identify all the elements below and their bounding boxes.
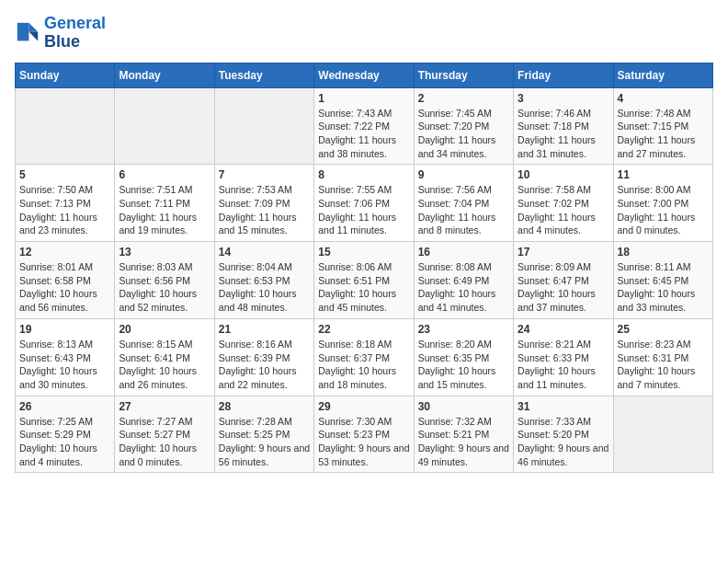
day-header-monday: Monday	[115, 63, 214, 87]
logo: General Blue	[15, 15, 106, 52]
week-row-1: 1Sunrise: 7:43 AMSunset: 7:22 PMDaylight…	[16, 87, 713, 165]
day-header-sunday: Sunday	[16, 63, 115, 87]
calendar-cell: 25Sunrise: 8:23 AMSunset: 6:31 PMDayligh…	[613, 318, 712, 396]
day-number: 23	[418, 323, 509, 336]
cell-content: Sunrise: 7:25 AMSunset: 5:29 PMDaylight:…	[19, 415, 110, 469]
cell-content: Sunrise: 8:18 AMSunset: 6:37 PMDaylight:…	[318, 338, 409, 392]
logo-icon	[15, 20, 40, 46]
day-number: 6	[119, 168, 210, 181]
calendar-cell: 20Sunrise: 8:15 AMSunset: 6:41 PMDayligh…	[115, 318, 214, 396]
calendar-cell: 29Sunrise: 7:30 AMSunset: 5:23 PMDayligh…	[314, 396, 414, 473]
day-number: 31	[518, 400, 609, 413]
day-number: 15	[318, 246, 409, 259]
cell-content: Sunrise: 7:50 AMSunset: 7:13 PMDaylight:…	[19, 183, 110, 237]
cell-content: Sunrise: 8:16 AMSunset: 6:39 PMDaylight:…	[219, 338, 310, 392]
cell-content: Sunrise: 8:09 AMSunset: 6:47 PMDaylight:…	[518, 260, 609, 315]
day-number: 18	[618, 246, 709, 259]
cell-content: Sunrise: 8:11 AMSunset: 6:45 PMDaylight:…	[618, 260, 709, 315]
calendar-cell: 18Sunrise: 8:11 AMSunset: 6:45 PMDayligh…	[613, 242, 712, 319]
cell-content: Sunrise: 7:28 AMSunset: 5:25 PMDaylight:…	[219, 415, 310, 469]
cell-content: Sunrise: 7:43 AMSunset: 7:22 PMDaylight:…	[318, 107, 409, 161]
cell-content: Sunrise: 7:53 AMSunset: 7:09 PMDaylight:…	[219, 183, 310, 237]
day-number: 3	[518, 92, 609, 105]
day-number: 27	[119, 400, 210, 413]
calendar-cell: 14Sunrise: 8:04 AMSunset: 6:53 PMDayligh…	[214, 242, 313, 319]
calendar-cell: 27Sunrise: 7:27 AMSunset: 5:27 PMDayligh…	[115, 396, 214, 473]
calendar-cell: 7Sunrise: 7:53 AMSunset: 7:09 PMDaylight…	[214, 165, 313, 242]
day-number: 29	[318, 400, 409, 413]
cell-content: Sunrise: 7:58 AMSunset: 7:02 PMDaylight:…	[518, 183, 609, 237]
calendar-cell: 26Sunrise: 7:25 AMSunset: 5:29 PMDayligh…	[16, 396, 115, 473]
day-header-friday: Friday	[514, 63, 613, 87]
calendar-cell: 31Sunrise: 7:33 AMSunset: 5:20 PMDayligh…	[514, 396, 613, 473]
day-number: 30	[418, 400, 509, 413]
week-row-4: 19Sunrise: 8:13 AMSunset: 6:43 PMDayligh…	[16, 318, 713, 396]
day-number: 28	[219, 400, 310, 413]
week-row-5: 26Sunrise: 7:25 AMSunset: 5:29 PMDayligh…	[16, 396, 713, 473]
cell-content: Sunrise: 8:00 AMSunset: 7:00 PMDaylight:…	[618, 183, 709, 237]
day-number: 5	[19, 168, 110, 181]
day-number: 4	[618, 92, 709, 105]
calendar-cell	[115, 87, 214, 165]
calendar-table: SundayMondayTuesdayWednesdayThursdayFrid…	[15, 63, 713, 474]
day-number: 11	[618, 168, 709, 181]
calendar-cell: 19Sunrise: 8:13 AMSunset: 6:43 PMDayligh…	[16, 318, 115, 396]
day-number: 1	[318, 92, 409, 105]
calendar-cell: 3Sunrise: 7:46 AMSunset: 7:18 PMDaylight…	[514, 87, 613, 165]
cell-content: Sunrise: 8:21 AMSunset: 6:33 PMDaylight:…	[518, 338, 609, 392]
cell-content: Sunrise: 7:51 AMSunset: 7:11 PMDaylight:…	[119, 183, 210, 237]
cell-content: Sunrise: 7:48 AMSunset: 7:15 PMDaylight:…	[618, 107, 709, 161]
calendar-cell: 9Sunrise: 7:56 AMSunset: 7:04 PMDaylight…	[414, 165, 513, 242]
week-row-3: 12Sunrise: 8:01 AMSunset: 6:58 PMDayligh…	[16, 242, 713, 319]
cell-content: Sunrise: 8:20 AMSunset: 6:35 PMDaylight:…	[418, 338, 509, 392]
calendar-cell: 8Sunrise: 7:55 AMSunset: 7:06 PMDaylight…	[314, 165, 414, 242]
cell-content: Sunrise: 8:23 AMSunset: 6:31 PMDaylight:…	[618, 338, 709, 392]
cell-content: Sunrise: 8:04 AMSunset: 6:53 PMDaylight:…	[219, 260, 310, 315]
calendar-cell: 1Sunrise: 7:43 AMSunset: 7:22 PMDaylight…	[314, 87, 414, 165]
day-header-wednesday: Wednesday	[314, 63, 414, 87]
calendar-cell: 15Sunrise: 8:06 AMSunset: 6:51 PMDayligh…	[314, 242, 414, 319]
calendar-cell: 16Sunrise: 8:08 AMSunset: 6:49 PMDayligh…	[414, 242, 513, 319]
calendar-cell: 17Sunrise: 8:09 AMSunset: 6:47 PMDayligh…	[514, 242, 613, 319]
calendar-cell: 5Sunrise: 7:50 AMSunset: 7:13 PMDaylight…	[16, 165, 115, 242]
day-number: 9	[418, 168, 509, 181]
day-number: 10	[518, 168, 609, 181]
day-number: 8	[318, 168, 409, 181]
svg-marker-1	[28, 31, 38, 40]
cell-content: Sunrise: 7:55 AMSunset: 7:06 PMDaylight:…	[318, 183, 409, 237]
svg-rect-2	[17, 23, 29, 41]
cell-content: Sunrise: 7:30 AMSunset: 5:23 PMDaylight:…	[318, 415, 409, 469]
cell-content: Sunrise: 7:45 AMSunset: 7:20 PMDaylight:…	[418, 107, 509, 161]
day-number: 16	[418, 246, 509, 259]
calendar-cell: 22Sunrise: 8:18 AMSunset: 6:37 PMDayligh…	[314, 318, 414, 396]
cell-content: Sunrise: 8:01 AMSunset: 6:58 PMDaylight:…	[19, 260, 110, 315]
day-number: 17	[518, 246, 609, 259]
day-number: 12	[19, 246, 110, 259]
cell-content: Sunrise: 7:56 AMSunset: 7:04 PMDaylight:…	[418, 183, 509, 237]
cell-content: Sunrise: 7:32 AMSunset: 5:21 PMDaylight:…	[418, 415, 509, 469]
logo-text: General Blue	[44, 15, 106, 52]
day-number: 26	[19, 400, 110, 413]
calendar-body: 1Sunrise: 7:43 AMSunset: 7:22 PMDaylight…	[16, 87, 713, 473]
calendar-cell: 10Sunrise: 7:58 AMSunset: 7:02 PMDayligh…	[514, 165, 613, 242]
page-header: General Blue	[15, 15, 713, 52]
calendar-cell: 24Sunrise: 8:21 AMSunset: 6:33 PMDayligh…	[514, 318, 613, 396]
cell-content: Sunrise: 8:15 AMSunset: 6:41 PMDaylight:…	[119, 338, 210, 392]
week-row-2: 5Sunrise: 7:50 AMSunset: 7:13 PMDaylight…	[16, 165, 713, 242]
day-header-thursday: Thursday	[414, 63, 513, 87]
cell-content: Sunrise: 7:27 AMSunset: 5:27 PMDaylight:…	[119, 415, 210, 469]
calendar-cell	[214, 87, 313, 165]
calendar-cell	[613, 396, 712, 473]
calendar-cell: 23Sunrise: 8:20 AMSunset: 6:35 PMDayligh…	[414, 318, 513, 396]
svg-marker-0	[28, 23, 38, 32]
cell-content: Sunrise: 8:08 AMSunset: 6:49 PMDaylight:…	[418, 260, 509, 315]
calendar-cell: 13Sunrise: 8:03 AMSunset: 6:56 PMDayligh…	[115, 242, 214, 319]
day-number: 22	[318, 323, 409, 336]
day-header-tuesday: Tuesday	[214, 63, 313, 87]
day-number: 14	[219, 246, 310, 259]
calendar-cell: 21Sunrise: 8:16 AMSunset: 6:39 PMDayligh…	[214, 318, 313, 396]
day-number: 21	[219, 323, 310, 336]
day-number: 2	[418, 92, 509, 105]
day-number: 20	[119, 323, 210, 336]
day-number: 25	[618, 323, 709, 336]
